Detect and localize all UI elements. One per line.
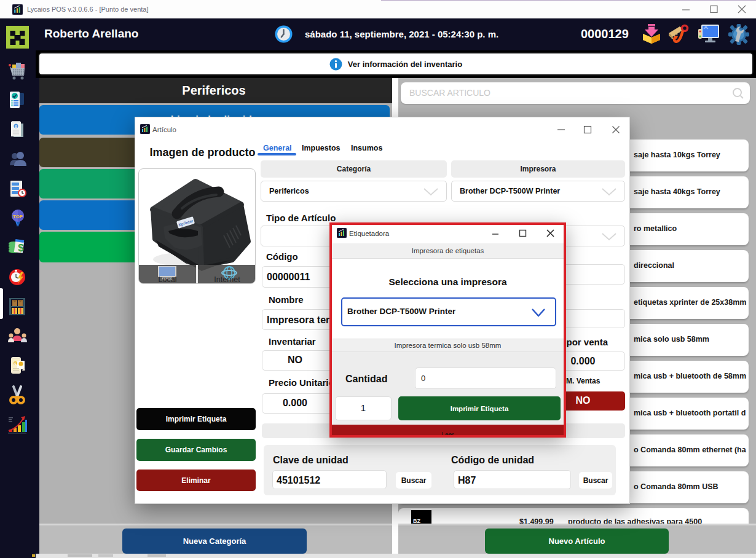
svg-text:TOP: TOP (13, 214, 23, 219)
svg-text:$: $ (18, 242, 24, 254)
